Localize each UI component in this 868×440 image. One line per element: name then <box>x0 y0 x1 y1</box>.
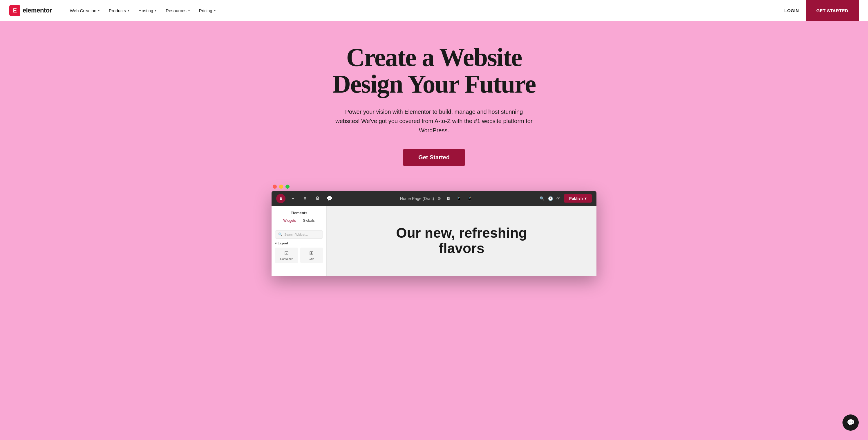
editor-center-bar: Home Page (Draft) ⚙ 🖥 📱 📱 <box>338 195 536 202</box>
nav-item-pricing[interactable]: Pricing ▾ <box>195 6 220 16</box>
search-icon[interactable]: 🔍 <box>539 196 545 201</box>
desktop-view-btn[interactable]: 🖥 <box>445 195 452 202</box>
add-element-btn[interactable]: + <box>288 194 298 203</box>
nav-item-resources[interactable]: Resources ▾ <box>162 6 194 16</box>
chevron-down-icon: ▾ <box>128 9 129 12</box>
mobile-view-btn[interactable]: 📱 <box>465 195 474 202</box>
sidebar-tab-widgets[interactable]: Widgets <box>283 218 296 224</box>
history-icon[interactable]: 🕐 <box>548 196 553 201</box>
publish-button[interactable]: Publish ▾ <box>564 194 592 203</box>
settings-btn[interactable]: ⚙ <box>313 194 322 203</box>
preview-icon[interactable]: 👁 <box>556 196 560 201</box>
tablet-view-btn[interactable]: 📱 <box>455 195 463 202</box>
logo-icon: E <box>9 5 20 16</box>
editor-right-bar: 🔍 🕐 👁 Publish ▾ <box>539 194 592 203</box>
nav-right: LOGIN GET STARTED <box>777 0 859 21</box>
editor-canvas: Our new, refreshing flavors <box>327 206 596 276</box>
editor-view-buttons: 🖥 📱 📱 <box>445 195 474 202</box>
layout-btn[interactable]: ≡ <box>301 194 310 203</box>
grid-icon: ⊞ <box>309 250 314 256</box>
elementor-logo-btn[interactable]: E <box>276 194 285 203</box>
hero-cta-button[interactable]: Get Started <box>403 149 465 166</box>
sidebar-title: Elements <box>275 211 323 215</box>
widget-grid: ⊡ Container ⊞ Grid <box>275 247 323 263</box>
nav-item-hosting[interactable]: Hosting ▾ <box>134 6 160 16</box>
nav-item-web-creation[interactable]: Web Creation ▾ <box>66 6 103 16</box>
logo-link[interactable]: E elementor <box>9 5 52 16</box>
chevron-down-icon: ▾ <box>585 196 587 201</box>
widget-search-input[interactable]: 🔍 Search Widget... <box>275 230 323 239</box>
get-started-nav-button[interactable]: GET STARTED <box>806 0 859 21</box>
login-button[interactable]: LOGIN <box>777 6 806 16</box>
hero-title: Create a Website Design Your Future <box>304 44 564 98</box>
nav-links: Web Creation ▾ Products ▾ Hosting ▾ Reso… <box>66 6 777 16</box>
chevron-down-icon: ▾ <box>155 9 156 12</box>
container-icon: ⊡ <box>284 250 289 256</box>
editor-sidebar: Elements Widgets Globals 🔍 Search Widget… <box>272 206 327 276</box>
hero-subtitle: Power your vision with Elementor to buil… <box>335 107 533 135</box>
editor-page-title: Home Page (Draft) <box>400 196 434 201</box>
hero-section: Create a Website Design Your Future Powe… <box>0 21 868 440</box>
page-settings-icon[interactable]: ⚙ <box>437 196 441 201</box>
chat-icon: 💬 <box>847 419 855 427</box>
window-minimize-dot <box>279 184 283 189</box>
sidebar-tabs: Widgets Globals <box>275 218 323 227</box>
container-widget[interactable]: ⊡ Container <box>275 247 298 263</box>
logo-text: elementor <box>23 7 52 14</box>
navbar: E elementor Web Creation ▾ Products ▾ Ho… <box>0 0 868 21</box>
comments-btn[interactable]: 💬 <box>325 194 334 203</box>
logo-letter: E <box>13 7 17 14</box>
sidebar-tab-globals[interactable]: Globals <box>303 218 315 224</box>
layout-section-label: ▾ Layout <box>275 241 323 245</box>
chat-button[interactable]: 💬 <box>842 414 859 431</box>
editor-frame: E + ≡ ⚙ 💬 Home Page (Draft) ⚙ 🖥 📱 📱 <box>272 191 596 276</box>
canvas-content: Our new, refreshing flavors <box>390 220 533 262</box>
window-close-dot <box>273 184 277 189</box>
nav-item-products[interactable]: Products ▾ <box>105 6 133 16</box>
editor-topbar: E + ≡ ⚙ 💬 Home Page (Draft) ⚙ 🖥 📱 📱 <box>272 191 596 206</box>
canvas-title: Our new, refreshing flavors <box>396 226 527 256</box>
search-icon: 🔍 <box>278 233 283 237</box>
grid-widget[interactable]: ⊞ Grid <box>300 247 323 263</box>
chevron-down-icon: ▾ <box>98 9 99 12</box>
editor-topbar-left: E + ≡ ⚙ 💬 <box>276 194 334 203</box>
editor-window-controls <box>272 184 596 189</box>
chevron-down-icon: ▾ <box>188 9 190 12</box>
editor-body: Elements Widgets Globals 🔍 Search Widget… <box>272 206 596 276</box>
editor-mockup: E + ≡ ⚙ 💬 Home Page (Draft) ⚙ 🖥 📱 📱 <box>272 184 596 276</box>
chevron-down-icon: ▾ <box>214 9 216 12</box>
window-maximize-dot <box>285 184 289 189</box>
